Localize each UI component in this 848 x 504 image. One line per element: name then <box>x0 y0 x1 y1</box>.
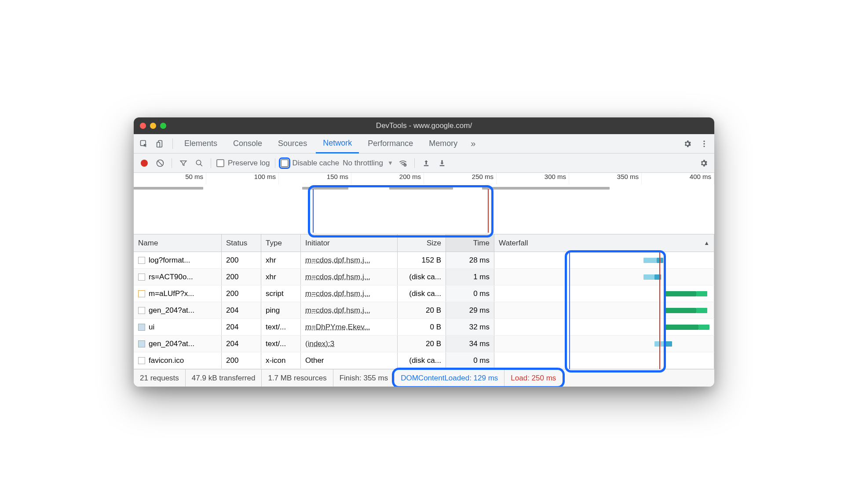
request-name: log?format... <box>149 256 190 265</box>
network-settings-icon[interactable] <box>698 157 710 169</box>
overview-ticks: 50 ms 100 ms 150 ms 200 ms 250 ms 300 ms… <box>134 173 714 184</box>
request-time: 28 ms <box>446 252 494 268</box>
caret-down-icon: ▼ <box>387 160 393 166</box>
tab-elements[interactable]: Elements <box>177 134 224 153</box>
tick: 250 ms <box>424 173 497 184</box>
file-icon <box>138 357 145 364</box>
col-type[interactable]: Type <box>261 234 301 252</box>
request-size: 20 B <box>398 336 446 352</box>
request-size: (disk ca... <box>398 352 446 369</box>
request-name: m=aLUfP?x... <box>149 289 194 298</box>
inspect-icon[interactable] <box>136 136 151 151</box>
clear-icon[interactable] <box>154 157 166 169</box>
request-size: 0 B <box>398 319 446 335</box>
device-toggle-icon[interactable] <box>153 136 168 151</box>
filter-icon[interactable] <box>177 157 190 169</box>
upload-har-icon[interactable] <box>420 157 432 169</box>
svg-rect-9 <box>424 165 429 166</box>
col-waterfall[interactable]: Waterfall ▲ <box>494 234 714 252</box>
svg-point-4 <box>703 143 705 144</box>
svg-point-3 <box>703 140 705 142</box>
request-time: 0 ms <box>446 285 494 302</box>
tick: 350 ms <box>569 173 642 184</box>
request-name: rs=ACT90o... <box>149 273 193 281</box>
panel-tabs: Elements Console Sources Network Perform… <box>134 134 714 153</box>
request-time: 1 ms <box>446 269 494 285</box>
devtools-window: DevTools - www.google.com/ Elements Cons… <box>134 117 714 387</box>
preserve-log-label: Preserve log <box>228 159 270 168</box>
tab-memory[interactable]: Memory <box>422 134 464 153</box>
request-size: (disk ca... <box>398 285 446 302</box>
request-status: 204 <box>222 319 261 335</box>
svg-rect-10 <box>440 165 445 166</box>
status-domcontentloaded: DOMContentLoaded: 129 ms <box>395 369 504 387</box>
tab-network[interactable]: Network <box>316 134 359 153</box>
throttling-label: No throttling <box>343 159 383 168</box>
status-transferred: 47.9 kB transferred <box>186 369 262 387</box>
kebab-menu-icon[interactable] <box>697 136 712 151</box>
disable-cache-label: Disable cache <box>292 159 339 168</box>
request-initiator[interactable]: m=cdos,dpf,hsm,j... <box>301 285 398 302</box>
request-size: (disk ca... <box>398 269 446 285</box>
status-finish: Finish: 355 ms <box>333 369 395 387</box>
tick: 50 ms <box>134 173 206 184</box>
col-status[interactable]: Status <box>222 234 261 252</box>
request-type: x-icon <box>261 352 301 369</box>
network-toolbar: Preserve log Disable cache No throttling… <box>134 153 714 173</box>
request-name: favicon.ico <box>149 356 184 365</box>
col-name[interactable]: Name <box>134 234 222 252</box>
load-line <box>659 252 660 369</box>
tick: 400 ms <box>642 173 714 184</box>
tab-console[interactable]: Console <box>226 134 269 153</box>
request-size: 20 B <box>398 302 446 318</box>
request-initiator[interactable]: m=cdos,dpf,hsm,j... <box>301 269 398 285</box>
request-initiator[interactable]: m=DhPYme,Ekev... <box>301 319 398 335</box>
svg-point-5 <box>703 146 705 147</box>
settings-icon[interactable] <box>680 136 695 151</box>
preserve-log-checkbox[interactable]: Preserve log <box>216 159 270 168</box>
request-status: 200 <box>222 252 261 268</box>
highlight-annotation <box>308 185 493 237</box>
request-name: ui <box>149 323 154 332</box>
more-tabs-icon[interactable]: » <box>466 139 480 149</box>
status-requests: 21 requests <box>134 369 186 387</box>
disable-cache-checkbox[interactable]: Disable cache <box>281 159 339 168</box>
request-initiator[interactable]: Other <box>301 352 398 369</box>
request-size: 152 B <box>398 252 446 268</box>
status-resources: 1.7 MB resources <box>262 369 333 387</box>
search-icon[interactable] <box>193 157 205 169</box>
request-status: 204 <box>222 336 261 352</box>
svg-rect-2 <box>157 142 160 147</box>
request-name: gen_204?at... <box>149 306 194 315</box>
file-icon <box>138 290 145 297</box>
request-time: 34 ms <box>446 336 494 352</box>
divider <box>172 139 173 149</box>
tab-performance[interactable]: Performance <box>361 134 420 153</box>
request-type: text/... <box>261 319 301 335</box>
overview-ruler[interactable]: 50 ms 100 ms 150 ms 200 ms 250 ms 300 ms… <box>134 173 714 234</box>
titlebar: DevTools - www.google.com/ <box>134 117 714 134</box>
request-status: 200 <box>222 269 261 285</box>
request-initiator[interactable]: (index):3 <box>301 336 398 352</box>
highlight-annotation <box>565 250 666 373</box>
download-har-icon[interactable] <box>436 157 448 169</box>
request-time: 32 ms <box>446 319 494 335</box>
request-name: gen_204?at... <box>149 340 194 348</box>
request-status: 200 <box>222 352 261 369</box>
request-time: 0 ms <box>446 352 494 369</box>
file-icon <box>138 307 145 314</box>
tab-sources[interactable]: Sources <box>271 134 314 153</box>
tick: 300 ms <box>497 173 569 184</box>
request-type: script <box>261 285 301 302</box>
request-initiator[interactable]: m=cdos,dpf,hsm,j... <box>301 252 398 268</box>
request-status: 204 <box>222 302 261 318</box>
network-conditions-icon[interactable] <box>397 157 409 169</box>
domcontentloaded-line <box>569 252 570 369</box>
record-button[interactable] <box>138 157 150 169</box>
tick: 100 ms <box>206 173 279 184</box>
status-load: Load: 250 ms <box>504 369 562 387</box>
request-initiator[interactable]: m=cdos,dpf,hsm,j... <box>301 302 398 318</box>
tick: 200 ms <box>351 173 424 184</box>
file-icon <box>138 324 145 331</box>
throttling-select[interactable]: No throttling ▼ <box>343 159 393 168</box>
